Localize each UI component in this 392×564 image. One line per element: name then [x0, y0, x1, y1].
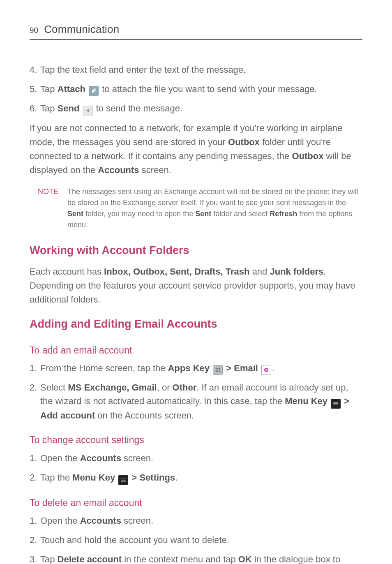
- page-header: 90 Communication: [30, 21, 362, 40]
- heading-add-account: To add an email account: [30, 343, 362, 358]
- outbox-paragraph: If you are not connected to a network, f…: [30, 121, 362, 177]
- steps-top: 4. Tap the text field and enter the text…: [30, 63, 362, 116]
- page-number: 90: [30, 25, 38, 37]
- add-steps: 1. From the Home screen, tap the Apps Ke…: [30, 361, 362, 422]
- heading-delete-account: To delete an email account: [30, 496, 362, 510]
- note-block: NOTE The messages sent using an Exchange…: [38, 186, 362, 231]
- change-step-2: 2. Tap the Menu Key > Settings.: [30, 471, 362, 485]
- svg-rect-0: [216, 368, 217, 369]
- step-6: 6. Tap Send to send the message.: [30, 102, 362, 116]
- delete-step-2: 2. Touch and hold the account you want t…: [30, 533, 362, 547]
- email-icon: @: [261, 365, 271, 375]
- svg-rect-2: [219, 368, 220, 369]
- change-steps: 1. Open the Accounts screen. 2. Tap the …: [30, 451, 362, 485]
- delete-steps: 1. Open the Accounts screen. 2. Touch an…: [30, 514, 362, 564]
- svg-text:@: @: [265, 368, 268, 371]
- svg-rect-6: [216, 371, 217, 372]
- menu-key-icon: [118, 475, 128, 485]
- svg-rect-5: [219, 370, 220, 370]
- add-step-1: 1. From the Home screen, tap the Apps Ke…: [30, 361, 362, 375]
- add-step-2: 2. Select MS Exchange, Gmail, or Other. …: [30, 381, 362, 422]
- svg-rect-4: [217, 370, 218, 370]
- menu-key-icon: [331, 399, 341, 409]
- svg-rect-3: [216, 370, 217, 370]
- page-title: Communication: [44, 21, 119, 37]
- heading-change-settings: To change account settings: [30, 433, 362, 447]
- step-4: 4. Tap the text field and enter the text…: [30, 63, 362, 76]
- svg-rect-1: [217, 368, 218, 369]
- svg-rect-13: [333, 405, 338, 405]
- apps-key-icon: [213, 365, 223, 375]
- heading-folders: Working with Account Folders: [30, 242, 362, 259]
- svg-rect-8: [219, 371, 220, 372]
- svg-rect-12: [333, 404, 338, 404]
- svg-rect-7: [217, 371, 218, 372]
- heading-adding: Adding and Editing Email Accounts: [30, 316, 362, 333]
- delete-step-3: 3. Tap Delete account in the context men…: [30, 552, 362, 564]
- svg-rect-14: [121, 478, 126, 479]
- svg-rect-16: [121, 481, 126, 481]
- svg-rect-11: [333, 402, 338, 403]
- note-label: NOTE: [38, 186, 67, 231]
- attach-icon: [89, 86, 99, 96]
- svg-rect-15: [121, 480, 126, 480]
- delete-step-1: 1. Open the Accounts screen.: [30, 514, 362, 527]
- change-step-1: 1. Open the Accounts screen.: [30, 451, 362, 465]
- note-text: The messages sent using an Exchange acco…: [67, 186, 362, 231]
- send-icon: [83, 106, 93, 116]
- folders-paragraph: Each account has Inbox, Outbox, Sent, Dr…: [30, 265, 362, 307]
- step-5: 5. Tap Attach to attach the file you wan…: [30, 82, 362, 96]
